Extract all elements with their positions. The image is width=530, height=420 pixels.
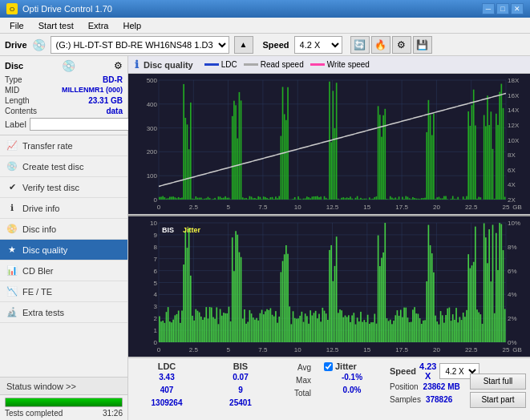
progress-bar-container xyxy=(5,398,123,407)
bis-chart-wrapper xyxy=(128,215,530,357)
eject-button[interactable]: ▲ xyxy=(234,36,253,54)
mid-label: MID xyxy=(5,86,19,95)
disc-panel: Disc 💿 ⚙ Type BD-R MID MILLENMR1 (000) L… xyxy=(0,56,127,135)
minimize-button[interactable]: ─ xyxy=(482,3,495,14)
app-title: Opti Drive Control 1.70 xyxy=(22,4,112,14)
fe-te-label: FE / TE xyxy=(22,287,52,297)
menu-help[interactable]: Help xyxy=(116,19,148,32)
sidebar-item-extra-tests[interactable]: 🔬 Extra tests xyxy=(0,302,127,323)
stats-area: LDC 3.43 407 1309264 BIS 0.07 9 25401 Av… xyxy=(128,357,530,420)
start-full-button[interactable]: Start full xyxy=(470,374,526,390)
verify-test-disc-icon: ✔ xyxy=(6,182,18,193)
bis-avg: 0.07 xyxy=(233,373,248,384)
disc-panel-title: Disc xyxy=(5,61,23,71)
samples-label: Samples xyxy=(390,395,421,406)
title-bar: O Opti Drive Control 1.70 ─ □ ✕ xyxy=(0,0,530,18)
drive-info-label: Drive info xyxy=(22,204,59,213)
disc-label-input[interactable] xyxy=(30,118,136,131)
contents-value: data xyxy=(106,107,123,115)
nav-items: 📈 Transfer rate 💿 Create test disc ✔ Ver… xyxy=(0,135,127,377)
charts-area xyxy=(128,74,530,357)
sidebar-item-fe-te[interactable]: 📉 FE / TE xyxy=(0,281,127,302)
ldc-avg: 3.43 xyxy=(159,373,174,384)
speed-select[interactable]: 4.2 X xyxy=(294,36,342,54)
speed-stat-val: 4.23 X xyxy=(419,361,436,381)
stats-row-labels: Avg Max Total xyxy=(282,361,314,419)
burn-button[interactable]: 🔥 xyxy=(371,36,390,54)
cd-bler-icon: 📊 xyxy=(6,265,18,277)
read-speed-legend-color xyxy=(244,63,258,66)
stats-col-bis: BIS 0.07 9 25401 xyxy=(208,361,273,419)
ldc-chart xyxy=(128,74,530,214)
progress-bar-fill xyxy=(6,398,122,406)
jitter-header: Jitter xyxy=(335,361,357,371)
sidebar-item-verify-test-disc[interactable]: ✔ Verify test disc xyxy=(0,177,127,198)
stats-col-ldc: LDC 3.43 407 1309264 xyxy=(135,361,199,419)
chart-header: ℹ Disc quality LDC Read speed Write spee… xyxy=(128,56,530,74)
ldc-legend-label: LDC xyxy=(221,60,237,69)
sidebar-item-create-test-disc[interactable]: 💿 Create test disc xyxy=(0,156,127,177)
maximize-button[interactable]: □ xyxy=(496,3,509,14)
bis-header: BIS xyxy=(208,361,273,371)
drive-icon: 💿 xyxy=(32,38,46,51)
legend: LDC Read speed Write speed xyxy=(204,60,370,69)
ldc-legend-color xyxy=(204,63,219,66)
sidebar-item-disc-info[interactable]: 📀 Disc info xyxy=(0,219,127,240)
stats-col-jitter: Jitter -0.1% 0.0% xyxy=(324,361,380,419)
mid-value: MILLENMR1 (000) xyxy=(62,86,123,95)
sidebar-item-disc-quality[interactable]: ★ Disc quality xyxy=(0,240,127,260)
total-label: Total xyxy=(294,389,311,400)
bis-chart xyxy=(128,216,530,357)
sidebar-item-cd-bler[interactable]: 📊 CD Bler xyxy=(0,260,127,281)
verify-test-disc-label: Verify test disc xyxy=(22,183,79,192)
menu-extra[interactable]: Extra xyxy=(82,19,115,32)
write-speed-legend-color xyxy=(310,63,325,66)
chart-title: Disc quality xyxy=(144,60,193,70)
ldc-header: LDC xyxy=(135,361,199,371)
samples-val: 378826 xyxy=(426,395,452,406)
settings-button[interactable]: ⚙ xyxy=(392,36,411,54)
sidebar: Disc 💿 ⚙ Type BD-R MID MILLENMR1 (000) L… xyxy=(0,56,128,420)
disc-icon: 💿 xyxy=(62,59,75,72)
length-label: Length xyxy=(5,96,30,105)
main-layout: Disc 💿 ⚙ Type BD-R MID MILLENMR1 (000) L… xyxy=(0,56,530,420)
content-area: ℹ Disc quality LDC Read speed Write spee… xyxy=(128,56,530,420)
sidebar-bottom: Status window >> Tests completed 31:26 xyxy=(0,377,127,420)
save-button[interactable]: 💾 xyxy=(413,36,432,54)
menu-start-test[interactable]: Start test xyxy=(32,19,80,32)
ldc-max: 407 xyxy=(160,386,174,397)
jitter-max: 0.0% xyxy=(343,386,362,397)
ldc-total: 1309264 xyxy=(152,398,183,410)
bis-total: 25401 xyxy=(229,398,252,410)
stats-col-speed: Speed 4.23 X 4.2 X Position 23862 MB Sam… xyxy=(390,361,470,419)
chart-title-icon: ℹ xyxy=(135,59,139,71)
status-window-button[interactable]: Status window >> xyxy=(0,378,127,395)
close-button[interactable]: ✕ xyxy=(511,3,524,14)
create-test-disc-label: Create test disc xyxy=(22,162,83,172)
ldc-chart-wrapper xyxy=(128,74,530,215)
position-val: 23862 MB xyxy=(423,382,460,394)
drive-label: Drive xyxy=(5,40,27,50)
contents-label: Contents xyxy=(5,107,37,115)
disc-label-label: Label xyxy=(5,119,26,129)
extra-tests-label: Extra tests xyxy=(22,308,64,317)
disc-settings-icon: ⚙ xyxy=(114,60,123,71)
extra-tests-icon: 🔬 xyxy=(6,307,18,318)
sidebar-item-transfer-rate[interactable]: 📈 Transfer rate xyxy=(0,135,127,156)
sidebar-item-drive-info[interactable]: ℹ Drive info xyxy=(0,198,127,219)
transfer-rate-icon: 📈 xyxy=(6,140,18,151)
speed-label: Speed xyxy=(263,40,289,50)
type-value: BD-R xyxy=(103,75,123,84)
menu-file[interactable]: File xyxy=(3,19,30,32)
drive-select[interactable]: (G:) HL-DT-ST BD-RE WH16NS48 1.D3 xyxy=(51,36,229,54)
create-test-disc-icon: 💿 xyxy=(6,161,18,172)
write-speed-legend-label: Write speed xyxy=(327,60,370,69)
app-icon: O xyxy=(6,3,18,14)
refresh-button[interactable]: 🔄 xyxy=(350,36,370,54)
disc-info-label: Disc info xyxy=(22,224,56,234)
speed-stat-label: Speed xyxy=(390,366,416,376)
avg-label: Avg xyxy=(297,363,311,374)
start-part-button[interactable]: Start part xyxy=(470,392,526,408)
menu-bar: File Start test Extra Help xyxy=(0,18,530,34)
jitter-checkbox[interactable] xyxy=(324,362,333,371)
